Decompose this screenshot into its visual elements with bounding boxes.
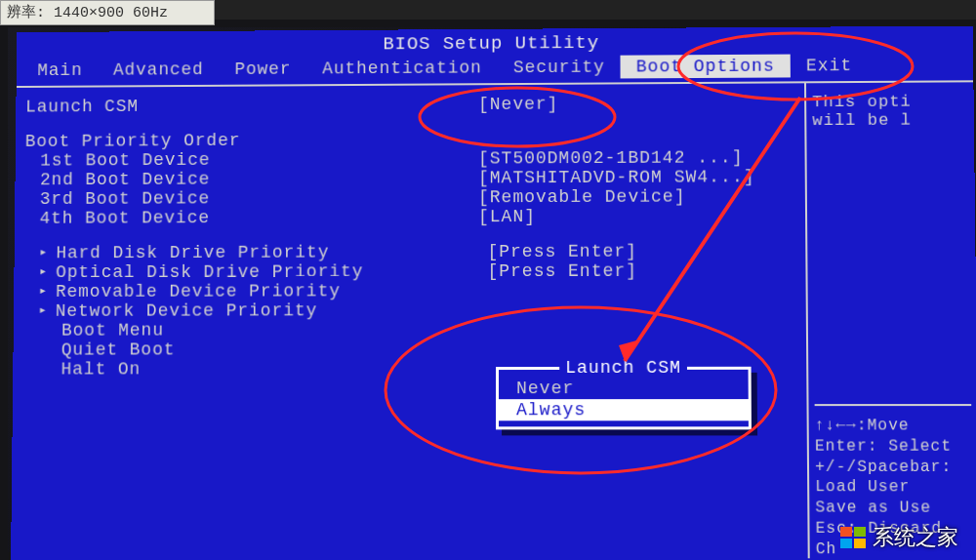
boot-device-2-label: 2nd Boot Device bbox=[40, 168, 478, 189]
monitor-osd-label: 辨率: 1440×900 60Hz bbox=[0, 0, 215, 25]
help-text-1: This opti bbox=[812, 92, 968, 111]
tab-power[interactable]: Power bbox=[219, 58, 306, 81]
legend-spacebar: +/-/Spacebar: bbox=[815, 457, 972, 477]
optical-priority-value: [Press Enter] bbox=[487, 261, 637, 281]
launch-csm-row[interactable]: Launch CSM [Never] bbox=[25, 93, 796, 116]
help-text-2: will be l bbox=[812, 110, 968, 130]
tab-advanced[interactable]: Advanced bbox=[98, 58, 219, 81]
hdd-priority-label: Hard Disk Drive Priority bbox=[56, 242, 487, 262]
help-panel: This opti will be l ↑↓←→:Move Enter: Sel… bbox=[806, 82, 976, 558]
boot-priority-section: Boot Priority Order 1st Boot Device [ST5… bbox=[24, 128, 797, 228]
boot-device-4-label: 4th Boot Device bbox=[40, 207, 479, 227]
network-priority-label: Network Device Priority bbox=[56, 300, 488, 321]
boot-device-2-value: [MATSHITADVD-ROM SW4...] bbox=[478, 167, 755, 187]
hdd-priority-value: [Press Enter] bbox=[487, 242, 637, 261]
legend-save-user: Save as Use bbox=[815, 498, 972, 518]
content-area: Launch CSM [Never] Boot Priority Order 1… bbox=[11, 82, 976, 558]
popup-option-never[interactable]: Never bbox=[499, 378, 749, 399]
optical-priority[interactable]: Optical Disk Drive Priority [Press Enter… bbox=[39, 260, 798, 282]
tab-security[interactable]: Security bbox=[498, 56, 621, 80]
main-panel: Launch CSM [Never] Boot Priority Order 1… bbox=[11, 83, 810, 558]
boot-device-4-value: [LAN] bbox=[478, 207, 536, 226]
launch-csm-value: [Never] bbox=[478, 95, 558, 114]
legend-enter: Enter: Select bbox=[815, 436, 972, 457]
removable-priority-label: Removable Device Priority bbox=[56, 281, 488, 301]
network-priority[interactable]: Network Device Priority bbox=[38, 300, 797, 320]
tab-exit[interactable]: Exit bbox=[791, 54, 869, 77]
launch-csm-popup: Launch CSM Never Always bbox=[496, 367, 752, 430]
tab-main[interactable]: Main bbox=[22, 59, 99, 82]
bios-screen: BIOS Setup Utility Main Advanced Power A… bbox=[11, 26, 976, 560]
hdd-priority[interactable]: Hard Disk Drive Priority [Press Enter] bbox=[39, 241, 797, 262]
legend-load-user: Load User bbox=[815, 477, 972, 498]
watermark-text: 系统之家 bbox=[873, 523, 958, 552]
boot-device-3-label: 3rd Boot Device bbox=[40, 187, 478, 209]
tab-boot-options[interactable]: Boot Options bbox=[621, 55, 791, 79]
removable-priority[interactable]: Removable Device Priority bbox=[39, 280, 798, 301]
tab-authentication[interactable]: Authentication bbox=[306, 56, 498, 80]
boot-device-1-value: [ST500DM002-1BD142 ...] bbox=[478, 147, 744, 168]
optical-priority-label: Optical Disk Drive Priority bbox=[56, 261, 487, 282]
watermark: 系统之家 bbox=[839, 523, 958, 552]
popup-title: Launch CSM bbox=[499, 358, 749, 378]
quiet-boot-item[interactable]: Quiet Boot bbox=[61, 340, 798, 360]
boot-device-3[interactable]: 3rd Boot Device [Removable Device] bbox=[40, 186, 797, 209]
boot-device-3-value: [Removable Device] bbox=[478, 187, 686, 208]
windows-flag-icon bbox=[839, 526, 867, 549]
legend-move: ↑↓←→:Move bbox=[815, 416, 972, 436]
help-divider bbox=[815, 404, 972, 406]
boot-menu-item[interactable]: Boot Menu bbox=[61, 319, 798, 340]
launch-csm-label: Launch CSM bbox=[25, 95, 478, 116]
popup-option-always[interactable]: Always bbox=[499, 399, 749, 420]
boot-device-1-label: 1st Boot Device bbox=[40, 149, 478, 171]
boot-device-4[interactable]: 4th Boot Device [LAN] bbox=[40, 206, 798, 228]
